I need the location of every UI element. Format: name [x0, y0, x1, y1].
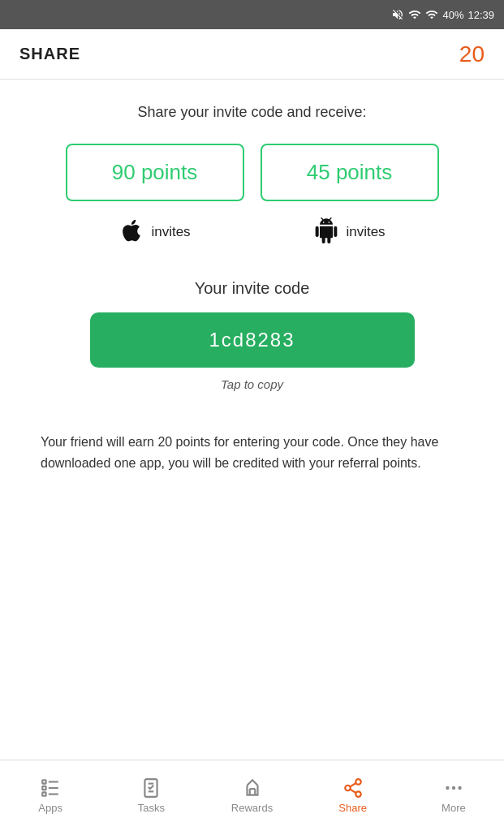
- bottom-nav: Apps Tasks Rewards Share: [0, 760, 504, 831]
- svg-rect-0: [42, 780, 45, 783]
- apple-icon: [118, 217, 144, 247]
- info-text: Your friend will earn 20 points for ente…: [16, 416, 488, 489]
- header-count: 20: [459, 41, 485, 67]
- android-icon: [313, 217, 339, 247]
- svg-rect-1: [42, 786, 45, 790]
- share-icon: [342, 777, 364, 799]
- ios-points-value: 90 points: [112, 160, 198, 184]
- android-platform-item: invites: [261, 217, 439, 247]
- svg-line-16: [350, 783, 355, 786]
- invite-code-button[interactable]: 1cd8283: [90, 312, 415, 368]
- svg-point-12: [355, 779, 361, 785]
- svg-point-18: [452, 786, 455, 790]
- wifi-icon: [408, 8, 421, 21]
- invite-section: Your invite code 1cd8283 Tap to copy: [16, 279, 488, 391]
- status-icons: 40% 12:39: [391, 8, 494, 21]
- invite-code-label: Your invite code: [195, 279, 310, 298]
- ios-points-box: 90 points: [66, 144, 244, 201]
- ios-invites-label: invites: [151, 224, 190, 240]
- share-label: Share: [338, 802, 367, 814]
- time-text: 12:39: [467, 9, 494, 21]
- page-title: SHARE: [19, 45, 80, 63]
- nav-item-share[interactable]: Share: [303, 771, 403, 820]
- tasks-label: Tasks: [138, 802, 165, 814]
- svg-line-15: [350, 790, 355, 793]
- ios-platform-item: invites: [66, 217, 244, 247]
- more-label: More: [442, 802, 466, 814]
- svg-point-14: [355, 791, 361, 797]
- signal-icon: [425, 8, 438, 21]
- svg-point-17: [446, 786, 449, 790]
- svg-rect-2: [42, 792, 45, 795]
- share-subtitle: Share your invite code and receive:: [137, 104, 366, 121]
- android-points-value: 45 points: [307, 160, 393, 184]
- battery-text: 40%: [442, 9, 463, 21]
- rewards-icon: [242, 777, 263, 799]
- nav-item-apps[interactable]: Apps: [0, 771, 101, 820]
- apps-icon: [40, 777, 61, 799]
- mute-icon: [391, 8, 404, 21]
- rewards-label: Rewards: [231, 802, 273, 814]
- svg-point-19: [458, 786, 461, 790]
- svg-point-13: [345, 786, 351, 791]
- main-content: Share your invite code and receive: 90 p…: [0, 80, 504, 760]
- android-invites-label: invites: [346, 224, 385, 240]
- header: SHARE 20: [0, 29, 504, 80]
- tap-to-copy: Tap to copy: [221, 377, 283, 391]
- nav-item-tasks[interactable]: Tasks: [101, 771, 201, 820]
- apps-label: Apps: [38, 802, 62, 814]
- status-bar: 40% 12:39: [0, 0, 504, 29]
- platform-row: invites invites: [16, 217, 488, 247]
- nav-item-more[interactable]: More: [403, 771, 504, 820]
- points-row: 90 points 45 points: [16, 144, 488, 201]
- android-points-box: 45 points: [261, 144, 439, 201]
- tasks-icon: [140, 777, 162, 799]
- nav-item-rewards[interactable]: Rewards: [201, 771, 302, 820]
- more-icon: [443, 777, 464, 799]
